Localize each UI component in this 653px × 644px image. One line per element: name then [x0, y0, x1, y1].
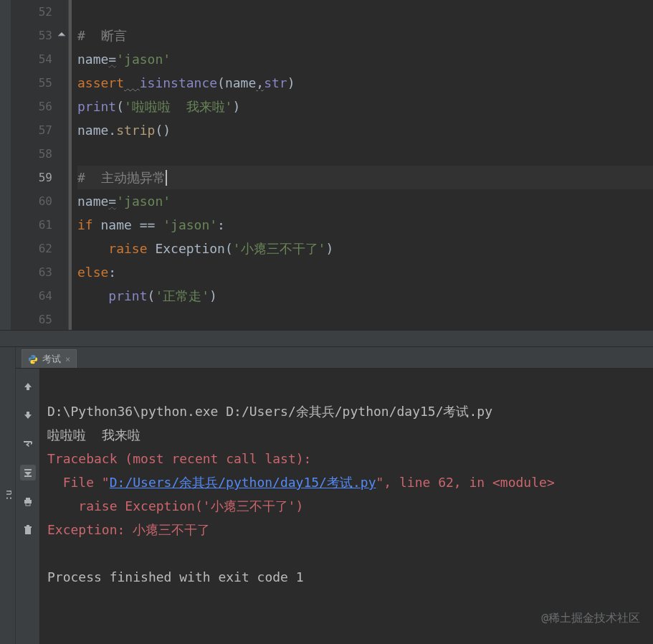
run-stripe: n:: [0, 347, 16, 644]
console-output[interactable]: D:\Python36\python.exe D:/Users/余其兵/pyth…: [40, 369, 653, 644]
code-content[interactable]: # 断言 name='jason' assert isinstance(name…: [69, 0, 653, 330]
run-tab-bar: 考试 ×: [16, 347, 653, 369]
run-toolbar: [16, 369, 40, 644]
gutter-number: 59: [11, 166, 68, 189]
gutter-number: 64: [11, 284, 68, 308]
code-line[interactable]: else:: [77, 260, 653, 284]
code-line[interactable]: raise Exception('小瘪三不干了'): [77, 237, 653, 260]
gutter-number: 56: [11, 95, 68, 118]
code-line[interactable]: name.strip(): [77, 118, 653, 142]
gutter-number: 55: [11, 71, 68, 95]
editor-left-strip: [0, 0, 11, 330]
gutter-number: 53: [11, 24, 68, 47]
code-line[interactable]: # 主动抛异常: [77, 166, 653, 189]
code-line[interactable]: print('啦啦啦 我来啦'): [77, 95, 653, 118]
svg-rect-5: [24, 526, 32, 528]
structure-icon: [57, 31, 67, 41]
code-line[interactable]: name='jason': [77, 189, 653, 213]
svg-rect-4: [25, 528, 31, 534]
gutter-number: 65: [11, 308, 68, 331]
console-line: raise Exception('小瘪三不干了'): [47, 498, 303, 513]
console-line: Exception: 小瘪三不干了: [47, 522, 210, 537]
console-line: D:\Python36\python.exe D:/Users/余其兵/pyth…: [47, 404, 492, 419]
gutter-number: 61: [11, 213, 68, 237]
panel-splitter[interactable]: [0, 330, 653, 347]
gutter-number: 62: [11, 237, 68, 260]
code-line[interactable]: name='jason': [77, 47, 653, 71]
line-gutter: 52 53 54 55 56 57 58 59 60 61 62 63 64 6…: [11, 0, 69, 330]
gutter-number: 58: [11, 142, 68, 166]
gutter-number: 54: [11, 47, 68, 71]
watermark: @稀土掘金技术社区: [541, 606, 640, 630]
console-line: Process finished with exit code 1: [47, 569, 304, 584]
text-cursor: [166, 170, 167, 186]
gutter-number: 63: [11, 260, 68, 284]
console-line: 啦啦啦 我来啦: [47, 427, 140, 442]
code-editor[interactable]: 52 53 54 55 56 57 58 59 60 61 62 63 64 6…: [0, 0, 653, 330]
up-arrow-icon[interactable]: [20, 379, 36, 394]
console-line: Traceback (most recent call last):: [47, 451, 311, 466]
code-line[interactable]: [77, 0, 653, 24]
gutter-number: 52: [11, 0, 68, 24]
code-line[interactable]: print('正常走'): [77, 284, 653, 308]
file-link[interactable]: D:/Users/余其兵/python/day15/考试.py: [110, 475, 376, 490]
gutter-number: 57: [11, 118, 68, 142]
gutter-number: 60: [11, 189, 68, 213]
soft-wrap-icon[interactable]: [20, 436, 36, 452]
code-line[interactable]: [77, 308, 653, 331]
python-icon: [28, 354, 38, 364]
run-tool-window: n: 考试 × D:\Python36\python.exe D:/Users/…: [0, 347, 653, 644]
scroll-to-end-icon[interactable]: [20, 465, 36, 480]
svg-rect-0: [24, 475, 32, 477]
close-icon[interactable]: ×: [65, 354, 70, 364]
code-line[interactable]: [77, 142, 653, 166]
code-line[interactable]: # 断言: [77, 24, 653, 47]
code-line[interactable]: if name == 'jason':: [77, 213, 653, 237]
console-line: File "D:/Users/余其兵/python/day15/考试.py", …: [47, 475, 555, 490]
svg-rect-6: [27, 525, 29, 526]
print-icon[interactable]: [20, 493, 36, 509]
down-arrow-icon[interactable]: [20, 407, 36, 423]
run-label: n:: [0, 347, 15, 644]
run-tab[interactable]: 考试 ×: [22, 349, 77, 368]
run-tab-label: 考试: [42, 353, 61, 366]
trash-icon[interactable]: [20, 522, 36, 538]
code-line[interactable]: assert isinstance(name,str): [77, 71, 653, 95]
svg-rect-2: [26, 498, 30, 500]
